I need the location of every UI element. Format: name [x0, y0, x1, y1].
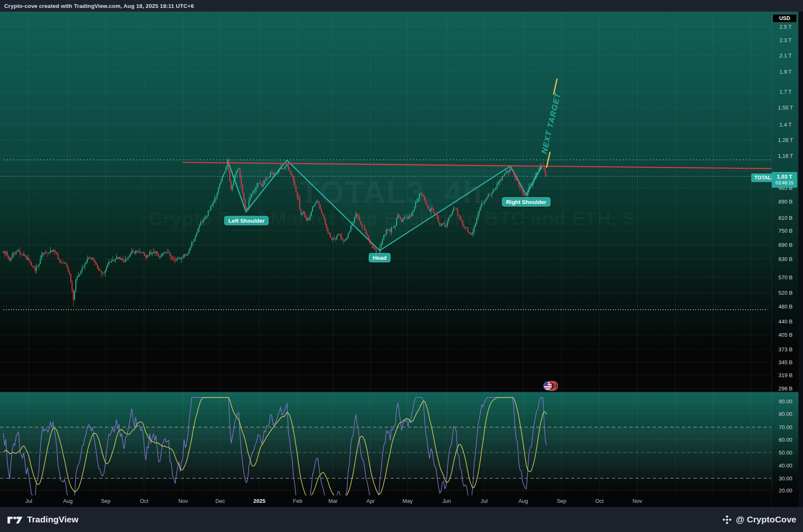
time-axis-label: Aug — [509, 498, 538, 504]
axis-label: 345 B — [773, 359, 798, 365]
last-price-box: 1.03 T 03:48:15 — [772, 172, 797, 188]
time-axis-label: Dec — [206, 498, 235, 504]
tradingview-screenshot: Crypto-cove created with TradingView.com… — [0, 0, 803, 532]
time-axis-label: Feb — [283, 498, 312, 504]
axis-label: 630 B — [773, 256, 798, 262]
time-axis-label: Oct — [129, 498, 159, 504]
time-axis-label: Jun — [432, 498, 461, 504]
head-label[interactable]: Head — [368, 253, 390, 263]
axis-label: 1.16 T — [773, 153, 798, 159]
author-credit[interactable]: @ CryptoCove — [722, 515, 796, 525]
axis-label: 319 B — [773, 372, 798, 378]
axis-label: 570 B — [773, 274, 798, 281]
price-axis-border — [771, 12, 772, 507]
last-price-value: 1.03 T — [777, 174, 792, 180]
axis-label: 520 B — [773, 290, 798, 296]
time-axis-label: May — [393, 498, 422, 504]
axis-label: 296 B — [773, 385, 798, 392]
axis-label: 60.00 — [773, 437, 798, 443]
author-credit-text: @ CryptoCove — [736, 515, 796, 525]
tradingview-brand[interactable]: TradingView — [7, 514, 78, 525]
time-axis-label: Nov — [169, 498, 198, 504]
right-edge-strip — [798, 12, 803, 507]
price-chart-canvas[interactable] — [0, 0, 803, 507]
time-axis-label: Mar — [318, 498, 348, 504]
axis-label: 890 B — [773, 199, 798, 205]
axis-label: 373 B — [773, 346, 798, 353]
time-axis-label: Aug — [53, 498, 82, 504]
time-axis-label: 2025 — [245, 498, 274, 504]
time-axis-label: Apr — [356, 498, 385, 504]
axis-label: 1.55 T — [773, 104, 798, 111]
axis-label: 80.00 — [773, 411, 798, 417]
axis-label: 1.4 T — [773, 122, 798, 128]
currency-toggle-button[interactable]: USD — [773, 14, 797, 22]
axis-label: 30.00 — [773, 475, 798, 482]
tradingview-logo-icon — [7, 514, 23, 525]
axis-label: 70.00 — [773, 424, 798, 430]
time-axis-label: Sep — [547, 498, 576, 504]
axis-label: 1.9 T — [773, 69, 798, 75]
axis-label: 405 B — [773, 332, 798, 338]
axis-label: 690 B — [773, 242, 798, 248]
axis-label: 90.00 — [773, 398, 798, 405]
time-axis-label: Nov — [623, 498, 652, 504]
time-axis-label: Sep — [91, 498, 120, 504]
time-axis-label: Oct — [585, 498, 614, 504]
pane-separator[interactable] — [0, 391, 803, 392]
axis-label: 480 B — [773, 303, 798, 310]
axis-label: 810 B — [773, 215, 798, 221]
axis-label: 440 B — [773, 318, 798, 325]
axis-label: 2.1 T — [773, 52, 798, 59]
left-shoulder-label[interactable]: Left Shoulder — [224, 216, 269, 226]
axis-label: 1.28 T — [773, 137, 798, 143]
axis-label: 50.00 — [773, 450, 798, 456]
right-shoulder-label[interactable]: Right Shoulder — [502, 197, 551, 207]
axis-label: 40.00 — [773, 462, 798, 469]
tradingview-brand-text: TradingView — [27, 515, 78, 525]
axis-label: 20.00 — [773, 487, 798, 494]
bar-close-countdown: 03:48:15 — [776, 180, 793, 186]
time-axis-label: Jul — [14, 498, 43, 504]
axis-label: 750 B — [773, 228, 798, 234]
diamond-logo-icon — [722, 515, 732, 525]
time-axis-label: Jul — [470, 498, 499, 504]
axis-label: 2.5 T — [773, 24, 798, 30]
us-event-flag-icon[interactable] — [540, 379, 558, 393]
axis-label: 1.7 T — [773, 89, 798, 95]
axis-label: 2.3 T — [773, 37, 798, 43]
bottom-toolbar: TradingView @ CryptoCove — [0, 507, 803, 532]
